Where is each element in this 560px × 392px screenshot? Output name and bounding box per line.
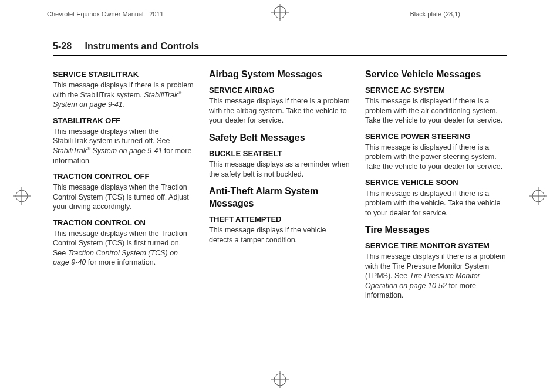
text-columns: SERVICE STABILITRAK This message display… <box>53 65 507 306</box>
heading-service-vehicle-messages: Service Vehicle Messages <box>365 68 507 80</box>
heading-traction-control-off: TRACTION CONTROL OFF <box>53 171 195 181</box>
body-text: This message is displayed if there is a … <box>365 96 507 126</box>
body-text: This message is displayed if there is a … <box>365 143 507 172</box>
column-1: SERVICE STABILITRAK This message display… <box>53 65 195 306</box>
heading-service-vehicle-soon: SERVICE VEHICLE SOON <box>365 177 507 187</box>
running-head: 5-28 Instruments and Controls <box>53 41 507 56</box>
registered-mark: ® <box>178 90 181 96</box>
heading-airbag-system-messages: Airbag System Messages <box>209 68 351 80</box>
column-2: Airbag System Messages SERVICE AIRBAG Th… <box>209 65 351 306</box>
heading-service-power-steering: SERVICE POWER STEERING <box>365 131 507 141</box>
body-text: This message displays if there is a prob… <box>53 80 195 110</box>
body-text: This message displays if the vehicle det… <box>209 225 351 245</box>
heading-anti-theft-alarm-messages: Anti-Theft Alarm System Messages <box>209 185 351 209</box>
heading-traction-control-on: TRACTION CONTROL ON <box>53 218 195 228</box>
body-text: This message is displayed if there is a … <box>365 189 507 218</box>
heading-service-ac-system: SERVICE AC SYSTEM <box>365 85 507 95</box>
heading-theft-attempted: THEFT ATTEMPTED <box>209 214 351 224</box>
body-text: This message displays if there is a prob… <box>209 96 351 126</box>
heading-tire-messages: Tire Messages <box>365 224 507 236</box>
body-text: This message displays when the Traction … <box>53 183 195 212</box>
page-number: 5-28 <box>53 41 72 51</box>
body-text: This message displays as a reminder when… <box>209 160 351 179</box>
heading-stabilitrak-off: STABILITRAK OFF <box>53 116 195 126</box>
heading-service-airbag: SERVICE AIRBAG <box>209 85 351 95</box>
registration-mark-icon <box>271 371 289 388</box>
xref-page: System on page 9‑41. <box>53 100 124 109</box>
heading-service-tire-monitor-system: SERVICE TIRE MONITOR SYSTEM <box>365 241 507 251</box>
print-header-left: Chevrolet Equinox Owner Manual - 2011 <box>47 11 164 18</box>
page-body: 5-28 Instruments and Controls SERVICE ST… <box>53 41 507 369</box>
body-text: This message displays when the StabiliTr… <box>53 127 195 165</box>
body-text: This message displays if there is a prob… <box>365 252 507 300</box>
heading-safety-belt-messages: Safety Belt Messages <box>209 131 351 144</box>
registration-mark-icon <box>13 187 31 205</box>
registration-mark-icon <box>529 187 547 205</box>
xref-title: StabiliTrak <box>144 91 178 99</box>
body-text: This message displays when the Traction … <box>53 229 195 268</box>
heading-service-stabilitrak: SERVICE STABILITRAK <box>53 69 195 79</box>
heading-buckle-seatbelt: BUCKLE SEATBELT <box>209 148 351 158</box>
text-run: for more information. <box>86 258 156 266</box>
text-run: This message displays when the StabiliTr… <box>53 127 170 146</box>
chapter-title: Instruments and Controls <box>85 41 199 51</box>
cross-reference: StabiliTrak® System on page 9‑41 <box>53 147 162 155</box>
xref-title: StabiliTrak <box>53 147 87 155</box>
xref-page: System on page 9‑41 <box>90 147 162 155</box>
registration-mark-icon <box>271 4 289 21</box>
print-header-right: Black plate (28,1) <box>410 11 460 18</box>
column-3: Service Vehicle Messages SERVICE AC SYST… <box>365 65 507 306</box>
